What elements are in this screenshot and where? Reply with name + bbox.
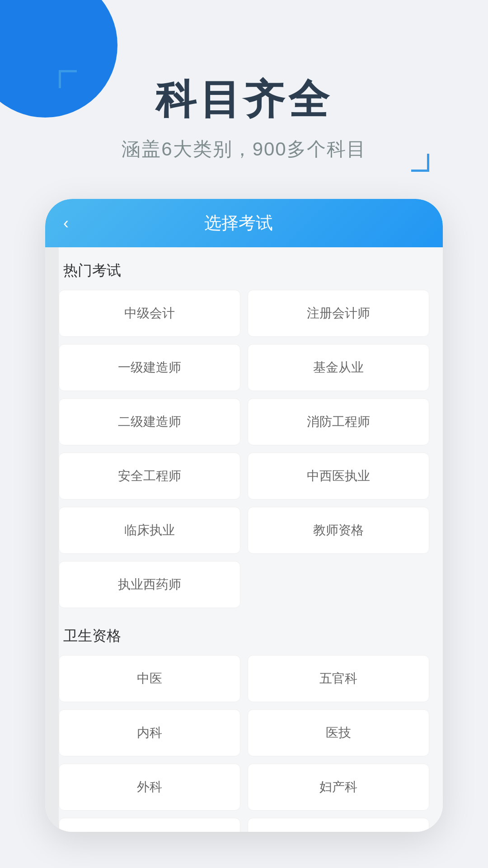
corner-bracket-tl bbox=[59, 70, 77, 88]
list-item[interactable]: 临床执业 bbox=[59, 507, 240, 554]
corner-bracket-br bbox=[411, 154, 429, 172]
list-item[interactable]: 护理 bbox=[59, 818, 240, 832]
phone-mockup: ‹ 选择考试 热门考试 中级会计 注册会计师 一级建造师 基金从业 二级建造师 … bbox=[45, 199, 443, 832]
content-area: 热门考试 中级会计 注册会计师 一级建造师 基金从业 二级建造师 消防工程师 安… bbox=[45, 247, 443, 832]
list-item[interactable]: 中级会计 bbox=[59, 290, 240, 337]
exam-header: ‹ 选择考试 bbox=[45, 199, 443, 247]
list-item[interactable]: 执业西药师 bbox=[59, 561, 240, 608]
list-item[interactable]: 外科 bbox=[59, 764, 240, 811]
category-health-title: 卫生资格 bbox=[59, 613, 429, 655]
list-item[interactable]: 二级建造师 bbox=[59, 398, 240, 445]
list-item[interactable]: 内科 bbox=[59, 709, 240, 756]
hot-items-grid: 中级会计 注册会计师 一级建造师 基金从业 二级建造师 消防工程师 安全工程师 … bbox=[59, 290, 429, 608]
list-item[interactable]: 消防工程师 bbox=[248, 398, 429, 445]
header-title: 选择考试 bbox=[78, 212, 399, 235]
list-item[interactable]: 医技 bbox=[248, 709, 429, 756]
list-item[interactable]: 安全工程师 bbox=[59, 453, 240, 500]
phone-inner[interactable]: ‹ 选择考试 热门考试 中级会计 注册会计师 一级建造师 基金从业 二级建造师 … bbox=[45, 199, 443, 832]
category-hot-title: 热门考试 bbox=[59, 247, 429, 290]
list-item[interactable]: 教师资格 bbox=[248, 507, 429, 554]
list-item[interactable]: 注册会计师 bbox=[248, 290, 429, 337]
list-item[interactable]: 五官科 bbox=[248, 655, 429, 702]
back-button[interactable]: ‹ bbox=[63, 214, 69, 233]
list-item[interactable]: 药学 bbox=[248, 818, 429, 832]
category-hot: 热门考试 中级会计 注册会计师 一级建造师 基金从业 二级建造师 消防工程师 安… bbox=[59, 247, 429, 608]
list-item[interactable]: 基金从业 bbox=[248, 344, 429, 391]
category-health: 卫生资格 中医 五官科 内科 医技 外科 妇产科 护理 药学 预防 其他 bbox=[59, 613, 429, 832]
top-section: 科目齐全 涵盖6大类别，900多个科目 bbox=[0, 0, 488, 162]
list-item[interactable]: 中医 bbox=[59, 655, 240, 702]
list-item[interactable]: 中西医执业 bbox=[248, 453, 429, 500]
health-items-grid: 中医 五官科 内科 医技 外科 妇产科 护理 药学 预防 其他 bbox=[59, 655, 429, 832]
list-item[interactable]: 一级建造师 bbox=[59, 344, 240, 391]
list-item[interactable]: 妇产科 bbox=[248, 764, 429, 811]
